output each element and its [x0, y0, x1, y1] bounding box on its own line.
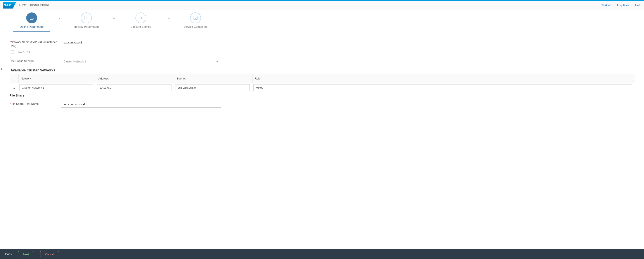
chevron-icon: ››› [54, 12, 63, 20]
checkbox-icon [193, 16, 198, 20]
wizard-step-label: Define Parameters [9, 25, 54, 28]
tasklist-link[interactable]: Tasklist [601, 4, 611, 7]
public-network-row: Use Public Network Cluster Network 1 [10, 58, 635, 65]
clipboard-plus-icon [29, 15, 34, 20]
sap-logo: SAP [2, 2, 16, 8]
page-title: First Cluster Node [19, 3, 49, 8]
file-share-host-label: *File Share Host Name [10, 101, 61, 106]
row-subnet-input[interactable] [175, 84, 250, 91]
chevron-down-icon [216, 60, 219, 63]
network-name-row: *Network Name (SAP Virtual Instance Host… [10, 39, 635, 48]
public-network-select[interactable]: Cluster Network 1 [61, 58, 221, 65]
col-network: Network [18, 74, 96, 83]
svg-marker-6 [140, 16, 142, 19]
wizard-step-completed[interactable]: Service Completed [172, 12, 218, 28]
table-header: Network Address Subnet Role [10, 74, 635, 83]
wizard-step-execute[interactable]: Execute Service [118, 12, 164, 28]
file-share-host-row: *File Share Host Name [10, 101, 635, 108]
networks-table: Network Address Subnet Role 1 [10, 74, 635, 92]
header: SAP First Cluster Node Tasklist Log File… [0, 1, 644, 10]
chevron-icon: ››› [109, 12, 118, 20]
clipboard-check-icon [84, 16, 89, 20]
wizard-step-label: Review Parameters [63, 25, 109, 28]
row-address-input[interactable] [97, 84, 172, 91]
file-share-host-input[interactable] [61, 101, 221, 108]
form-content: *Network Name (SAP Virtual Instance Host… [0, 32, 644, 115]
use-dhcp-label: Use DHCP [16, 51, 30, 54]
wizard: Define Parameters ››› Review Parameters … [0, 10, 644, 32]
network-name-input[interactable] [61, 39, 221, 46]
col-address: Address [96, 74, 174, 83]
file-share-heading: File Share [10, 94, 635, 97]
row-role-input[interactable] [254, 84, 632, 91]
svg-text:SAP: SAP [4, 3, 11, 7]
wizard-step-label: Service Completed [172, 25, 218, 28]
col-role: Role [252, 74, 635, 83]
wizard-step-label: Execute Service [118, 25, 164, 28]
logfiles-link[interactable]: Log Files [617, 4, 629, 7]
play-icon [138, 16, 143, 20]
row-index: 1 [10, 86, 18, 89]
public-network-value: Cluster Network 1 [64, 60, 86, 63]
help-link[interactable]: Help [635, 4, 642, 7]
chevron-icon: ››› [164, 12, 172, 20]
available-networks-heading: Available Cluster Networks [10, 68, 635, 72]
network-name-label: *Network Name (SAP Virtual Instance Host… [10, 39, 61, 48]
wizard-step-define[interactable]: Define Parameters [9, 12, 54, 32]
row-network-input[interactable] [20, 84, 93, 91]
checkbox-icon [11, 50, 14, 54]
svg-rect-7 [194, 16, 197, 20]
public-network-label: Use Public Network [10, 58, 61, 63]
wizard-step-review[interactable]: Review Parameters [63, 12, 109, 28]
col-subnet: Subnet [174, 74, 252, 83]
table-row: 1 [10, 83, 635, 92]
use-dhcp-checkbox[interactable]: Use DHCP [11, 50, 635, 54]
